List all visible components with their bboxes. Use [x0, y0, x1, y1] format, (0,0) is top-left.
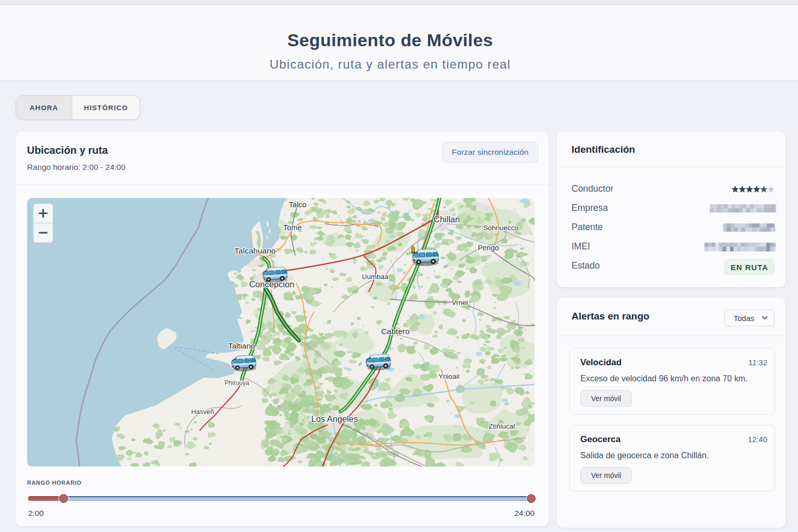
svg-text:Phiruuya: Phiruuya — [224, 379, 249, 387]
svg-text:Chillan: Chillan — [434, 215, 460, 224]
svg-text:Sóhnuecco: Sóhnuecco — [483, 224, 518, 232]
svg-text:Uumbaa: Uumbaa — [362, 273, 389, 281]
svg-text:Pengo: Pengo — [478, 244, 499, 252]
svg-text:Tome: Tome — [283, 223, 301, 232]
svg-text:Cabtero: Cabtero — [381, 327, 409, 336]
svg-text:Ztiñiucal: Ztiñiucal — [489, 422, 515, 430]
svg-text:Vrnel: Vrnel — [451, 299, 468, 307]
svg-text:Los Angeles: Los Angeles — [311, 414, 358, 423]
svg-text:Talcahuano: Talcahuano — [234, 246, 275, 255]
svg-text:Hasveñ: Hasveñ — [191, 408, 214, 416]
svg-text:Concepcion: Concepcion — [249, 280, 294, 289]
svg-text:Taltiano: Taltiano — [228, 341, 255, 350]
svg-text:Yriioail: Yriioail — [438, 373, 460, 380]
svg-text:Talco: Talco — [289, 201, 307, 209]
